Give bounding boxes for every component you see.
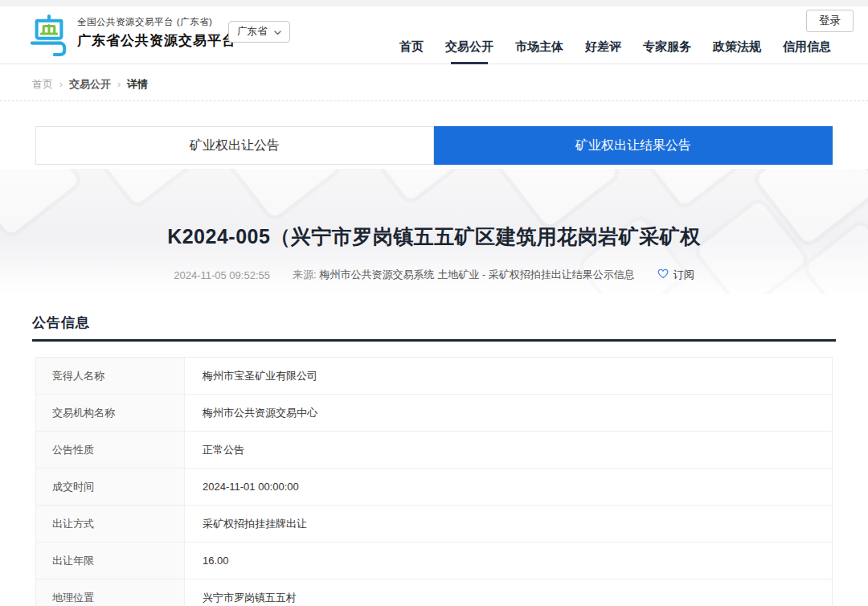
chevron-down-icon [274, 27, 281, 38]
breadcrumb-divider [0, 100, 868, 101]
article-header: K2024-005（兴宁市罗岗镇五五矿区建筑用花岗岩矿采矿权 2024-11-0… [0, 169, 868, 294]
breadcrumb: 首页 › 交易公开 › 详情 [0, 64, 868, 92]
nav-item-policy[interactable]: 政策法规 [713, 39, 761, 55]
row-value-location: 兴宁市罗岗镇五五村 [185, 579, 832, 606]
subscribe-button[interactable]: 订阅 [657, 268, 694, 282]
site-header: 全国公共资源交易平台 (广东省) 广东省公共资源交易平台 广东省 登录 首页 交… [0, 6, 868, 64]
row-label-transfer-method: 出让方式 [36, 506, 185, 542]
region-select[interactable]: 广东省 [228, 21, 290, 43]
table-row: 出让方式 采矿权招拍挂挂牌出让 [36, 506, 832, 543]
nav-item-market-entity[interactable]: 市场主体 [515, 39, 563, 55]
login-button[interactable]: 登录 [806, 10, 854, 32]
announcement-tab-bar: 矿业权出让公告 矿业权出让结果公告 [35, 126, 833, 165]
breadcrumb-separator: › [59, 79, 63, 90]
article-source: 来源:梅州市公共资源交易系统 土地矿业 - 采矿权招拍挂出让结果公示信息 [293, 268, 635, 282]
table-row: 成交时间 2024-11-01 00:00:00 [36, 469, 832, 506]
nav-item-credit-info[interactable]: 信用信息 [783, 39, 831, 55]
breadcrumb-trade-public[interactable]: 交易公开 [69, 77, 111, 92]
table-row: 公告性质 正常公告 [36, 432, 832, 469]
top-strip [0, 0, 868, 6]
article-title: K2024-005（兴宁市罗岗镇五五矿区建筑用花岗岩矿采矿权 [0, 169, 868, 250]
announcement-info-table: 竞得人名称 梅州市宝圣矿业有限公司 交易机构名称 梅州市公共资源交易中心 公告性… [35, 357, 833, 606]
section-title: 公告信息 [32, 315, 90, 330]
nav-item-trade-public[interactable]: 交易公开 [445, 39, 493, 55]
section-header: 公告信息 [32, 313, 836, 342]
row-label-agency-name: 交易机构名称 [36, 395, 185, 431]
brand-text: 全国公共资源交易平台 (广东省) 广东省公共资源交易平台 [77, 16, 236, 50]
row-value-winner-name: 梅州市宝圣矿业有限公司 [185, 358, 832, 394]
heart-icon [657, 268, 669, 281]
table-row: 出让年限 16.00 [36, 543, 832, 579]
breadcrumb-home[interactable]: 首页 [32, 77, 53, 92]
breadcrumb-separator: › [117, 79, 121, 90]
row-label-location: 地理位置 [36, 579, 185, 606]
nav-item-expert-service[interactable]: 专家服务 [643, 39, 691, 55]
row-value-deal-time: 2024-11-01 00:00:00 [185, 469, 832, 505]
row-value-transfer-method: 采矿权招拍挂挂牌出让 [185, 506, 832, 542]
region-select-value: 广东省 [237, 25, 268, 39]
nav-item-review[interactable]: 好差评 [585, 39, 621, 55]
row-value-transfer-years: 16.00 [185, 543, 832, 579]
row-label-deal-time: 成交时间 [36, 469, 185, 505]
row-value-notice-nature: 正常公告 [185, 432, 832, 468]
row-value-agency-name: 梅州市公共资源交易中心 [185, 395, 832, 431]
source-value: 梅州市公共资源交易系统 土地矿业 - 采矿权招拍挂出让结果公示信息 [320, 268, 635, 280]
publish-time: 2024-11-05 09:52:55 [174, 269, 270, 281]
platform-name-main: 广东省公共资源交易平台 [77, 31, 236, 50]
platform-logo-icon [29, 14, 69, 60]
tab-mining-rights-result[interactable]: 矿业权出让结果公告 [434, 126, 833, 165]
row-label-notice-nature: 公告性质 [36, 432, 185, 468]
table-row: 竞得人名称 梅州市宝圣矿业有限公司 [36, 358, 832, 395]
breadcrumb-detail: 详情 [127, 77, 148, 92]
main-nav: 首页 交易公开 市场主体 好差评 专家服务 政策法规 信用信息 [399, 39, 831, 55]
nav-item-home[interactable]: 首页 [399, 39, 424, 55]
subscribe-label: 订阅 [674, 268, 694, 282]
row-label-transfer-years: 出让年限 [36, 543, 185, 579]
tab-mining-rights-transfer[interactable]: 矿业权出让公告 [35, 126, 434, 165]
source-label: 来源: [293, 268, 317, 280]
table-row: 地理位置 兴宁市罗岗镇五五村 [36, 579, 832, 606]
row-label-winner-name: 竞得人名称 [36, 358, 185, 394]
table-row: 交易机构名称 梅州市公共资源交易中心 [36, 395, 832, 432]
platform-name-national: 全国公共资源交易平台 (广东省) [77, 16, 236, 28]
article-meta: 2024-11-05 09:52:55 来源:梅州市公共资源交易系统 土地矿业 … [0, 268, 868, 282]
